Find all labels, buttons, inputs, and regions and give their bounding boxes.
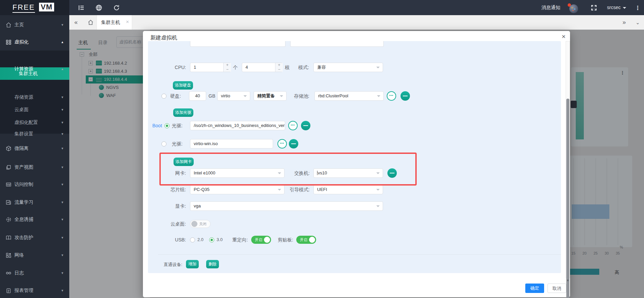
clipboard-toggle-on[interactable]: 开启 — [296, 236, 316, 244]
disk-size-unit: GB — [209, 91, 215, 101]
tab-cluster-hosts[interactable]: 集群主机 ✕ — [97, 15, 132, 30]
sidebar-item-asset-view[interactable]: 资产视图 ▼ — [0, 159, 69, 175]
usb-2-radio[interactable] — [190, 237, 195, 242]
tab-close-icon[interactable]: ✕ — [126, 20, 129, 24]
nic-model-select[interactable]: Intel e1000 — [190, 168, 285, 178]
home-icon — [6, 22, 11, 28]
cancel-button[interactable]: 取消 — [547, 284, 566, 293]
remove-nic-button[interactable] — [387, 168, 397, 178]
sidebar-item-cluster-hosts[interactable]: 集群主机 — [0, 68, 69, 79]
cutoff-field[interactable] — [290, 41, 384, 47]
kebab-menu-icon[interactable]: ⋮ — [635, 5, 640, 11]
add-nic-button[interactable]: 添加网卡 — [174, 158, 194, 166]
storage-pool-select[interactable]: rbd:ClusterPool — [314, 91, 384, 101]
sidebar-item-attack-protection[interactable]: 攻击防护 ▼ — [0, 230, 69, 246]
new-vm-dialog: 新建虚拟机 ✕ CPU: 1 + − 个 4 + − 核 模式: 兼容 添加硬盘… — [143, 31, 570, 297]
forward-pages-icon[interactable]: » — [622, 15, 626, 30]
sidebar-item-virtualization[interactable]: 虚拟化 ▲ — [0, 34, 69, 50]
close-icon[interactable]: ✕ — [560, 33, 567, 40]
sidebar-item-storage-resources[interactable]: 存储资源 ▼ — [0, 92, 69, 103]
browse-button[interactable]: ⋯ — [277, 139, 287, 148]
confirm-button[interactable]: 确定 — [525, 284, 544, 293]
sidebar-item-network[interactable]: 网络 ▼ — [0, 247, 69, 263]
globe-icon[interactable] — [96, 4, 102, 11]
remove-cdrom-button[interactable] — [289, 139, 298, 148]
sidebar-item-reports[interactable]: 报表管理 ▼ — [0, 283, 69, 298]
chevron-down-icon: ▼ — [61, 108, 64, 111]
add-disk-button[interactable]: 添加硬盘 — [173, 81, 193, 90]
tab-list-icon[interactable]: ⌄ — [636, 15, 640, 30]
chipset-label: 芯片组: — [164, 185, 186, 194]
sidebar-item-honeypot[interactable]: 全息诱捕 ▼ — [0, 211, 69, 228]
passthrough-add-button[interactable]: 增加 — [186, 260, 199, 268]
back-pages-icon[interactable]: « — [74, 15, 78, 30]
user-menu[interactable]: srcsec — [607, 5, 620, 10]
book-icon — [6, 235, 11, 241]
chevron-down-icon: ▼ — [61, 23, 64, 27]
chevron-down-icon — [376, 67, 380, 68]
sidebar-item-micro-segmentation[interactable]: 微隔离 ▼ — [0, 140, 69, 157]
usb-3-radio-checked[interactable] — [209, 237, 214, 242]
collapse-sidebar-icon[interactable] — [78, 4, 85, 11]
cutoff-field[interactable] — [190, 41, 286, 47]
target-icon — [6, 217, 11, 223]
gpu-select[interactable]: vga — [190, 201, 383, 211]
cdrom-iso-input[interactable]: /iso/zh-cn_windows_10_business_editions_… — [190, 121, 285, 130]
virtualization-icon — [6, 39, 11, 45]
sidebar-item-cloud-desktop[interactable]: 云桌面 ▼ — [0, 104, 69, 115]
clipboard-label: 剪贴板: — [273, 235, 293, 244]
dialog-scrollbar-thumb[interactable] — [566, 99, 569, 298]
logo-badge: VM — [39, 3, 54, 11]
fullscreen-icon[interactable] — [591, 5, 598, 11]
chevron-down-icon: ▼ — [61, 254, 64, 257]
decrement-button[interactable]: − — [223, 67, 231, 72]
redirect-toggle-on[interactable]: 开启 — [251, 236, 271, 244]
switch-select[interactable]: vs10 — [313, 168, 383, 178]
home-tab-icon[interactable] — [88, 20, 93, 25]
chevron-down-icon — [377, 95, 380, 97]
cpu-mode-label: 模式: — [289, 63, 309, 72]
notifications-link[interactable]: 消息通知 — [541, 5, 560, 11]
disk-size-input[interactable]: 40 — [189, 91, 206, 101]
sidebar-item-traffic-learning[interactable]: 流量学习 ▼ — [0, 194, 69, 210]
sidebar-item-access-control[interactable]: 访问控制 ▼ — [0, 176, 69, 193]
boot-mode-select[interactable]: UEFI — [313, 185, 383, 194]
cpu-label: CPU: — [161, 63, 186, 72]
sidebar-item-cluster-settings[interactable]: 集群设置 ▼ — [0, 128, 69, 140]
add-cdrom-button[interactable]: 添加光驱 — [173, 108, 193, 117]
cloud-desktop-toggle-off[interactable]: 关闭 — [190, 220, 211, 228]
top-bar: FREE VM 消息通知 srcsec ⋮ — [0, 0, 644, 15]
cdrom-label: 光驱: — [166, 121, 183, 130]
usb-label: USB: — [169, 235, 186, 244]
cdrom-iso-input[interactable]: virtio-win.iso — [190, 139, 273, 148]
sockets-unit: 个 — [233, 63, 238, 72]
sidebar-item-logs[interactable]: 日志 ▼ — [0, 265, 69, 281]
cdrom-label: 光驱: — [166, 139, 183, 148]
redirect-label: 重定向: — [228, 235, 248, 244]
boot-mode-label: 引导模式: — [286, 185, 310, 194]
disk-bus-select[interactable]: virtio — [217, 91, 250, 101]
chevron-down-icon: ▼ — [61, 166, 64, 169]
browse-button[interactable]: ⋯ — [387, 91, 396, 101]
scroll-down-icon[interactable]: ▼ — [566, 279, 569, 282]
logo-text: FREE — [12, 3, 35, 13]
passthrough-delete-button[interactable]: 删除 — [206, 260, 219, 268]
refresh-icon[interactable] — [113, 4, 120, 11]
chevron-down-icon: ▼ — [61, 183, 64, 186]
avatar[interactable] — [569, 4, 578, 13]
clipboard-icon — [6, 288, 11, 294]
chevron-down-icon: ▼ — [61, 289, 64, 292]
cpu-mode-select[interactable]: 兼容 — [313, 63, 383, 72]
hexagon-cube-icon — [6, 146, 11, 152]
sidebar-item-home[interactable]: 主页 ▼ — [0, 17, 69, 33]
sidebar-item-virtualization-config[interactable]: 虚拟化配置 ▼ — [0, 117, 69, 128]
remove-cdrom-button[interactable] — [301, 121, 310, 130]
disk-provision-select[interactable]: 精简置备 — [254, 91, 287, 101]
chipset-select[interactable]: PC-Q35 — [190, 185, 285, 194]
logo-area: FREE VM — [0, 0, 69, 15]
chevron-down-icon — [280, 95, 283, 97]
browse-button[interactable]: ⋯ — [288, 121, 298, 130]
decrement-button[interactable]: − — [275, 67, 283, 72]
app-root: FREE VM 消息通知 srcsec ⋮ « — [0, 0, 644, 298]
remove-disk-button[interactable] — [401, 91, 410, 101]
